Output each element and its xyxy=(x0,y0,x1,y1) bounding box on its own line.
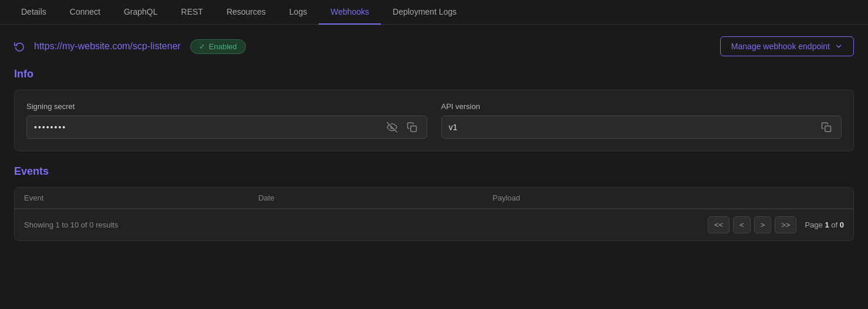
chevron-down-icon xyxy=(835,42,843,50)
info-section-title: Info xyxy=(14,68,854,80)
total-pages: 0 xyxy=(840,220,844,229)
tab-logs[interactable]: Logs xyxy=(278,0,319,25)
info-card: Signing secret •••••••• xyxy=(14,90,854,151)
toggle-visibility-button[interactable] xyxy=(384,121,400,134)
eye-off-icon xyxy=(387,122,397,133)
copy-icon xyxy=(821,122,832,133)
signing-secret-group: Signing secret •••••••• xyxy=(26,102,427,139)
api-version-input-row: v1 xyxy=(441,116,842,139)
tab-connect[interactable]: Connect xyxy=(58,0,112,25)
copy-icon xyxy=(407,122,417,133)
tab-deployment-logs[interactable]: Deployment Logs xyxy=(381,0,468,25)
enabled-label: Enabled xyxy=(209,42,237,51)
col-payload: Payload xyxy=(492,193,844,202)
next-page-button[interactable]: > xyxy=(754,216,772,233)
webhook-url-left: https://my-website.com/scp-listener ✓ En… xyxy=(14,39,246,54)
pagination-controls: << < > >> Page 1 of 0 xyxy=(708,216,844,233)
page-info: Page 1 of 0 xyxy=(805,220,844,229)
webhook-url-link[interactable]: https://my-website.com/scp-listener xyxy=(34,41,181,52)
tab-graphql[interactable]: GraphQL xyxy=(112,0,170,25)
api-version-label: API version xyxy=(441,102,842,111)
current-page: 1 xyxy=(825,220,829,229)
api-version-value: v1 xyxy=(449,123,815,132)
main-content: https://my-website.com/scp-listener ✓ En… xyxy=(0,25,868,253)
enabled-badge: ✓ Enabled xyxy=(190,39,246,54)
events-section-title: Events xyxy=(14,165,854,178)
results-text: Showing 1 to 10 of 0 results xyxy=(24,220,118,229)
webhook-url-row: https://my-website.com/scp-listener ✓ En… xyxy=(14,36,854,56)
manage-webhook-button[interactable]: Manage webhook endpoint xyxy=(720,36,854,56)
api-version-group: API version v1 xyxy=(441,102,842,139)
signing-secret-label: Signing secret xyxy=(26,102,427,111)
info-fields-row: Signing secret •••••••• xyxy=(26,102,842,139)
tabs-bar: Details Connect GraphQL REST Resources L… xyxy=(0,0,868,25)
tab-webhooks[interactable]: Webhooks xyxy=(319,0,381,25)
tab-details[interactable]: Details xyxy=(9,0,58,25)
svg-rect-2 xyxy=(825,126,831,132)
signing-secret-value: •••••••• xyxy=(34,123,380,132)
svg-rect-1 xyxy=(410,126,416,132)
events-section: Events Event Date Payload Showing 1 to 1… xyxy=(14,165,854,241)
tab-resources[interactable]: Resources xyxy=(215,0,278,25)
table-footer: Showing 1 to 10 of 0 results << < > >> P… xyxy=(15,209,853,240)
events-table: Event Date Payload Showing 1 to 10 of 0 … xyxy=(14,187,854,241)
table-header: Event Date Payload xyxy=(15,188,853,209)
page-label: Page xyxy=(805,220,822,229)
prev-page-button[interactable]: < xyxy=(733,216,751,233)
check-icon: ✓ xyxy=(199,42,205,51)
of-label: of xyxy=(831,220,837,229)
first-page-button[interactable]: << xyxy=(708,216,729,233)
manage-btn-label: Manage webhook endpoint xyxy=(731,42,830,51)
copy-secret-button[interactable] xyxy=(404,121,420,134)
refresh-icon xyxy=(14,41,25,52)
col-date: Date xyxy=(258,193,492,202)
last-page-button[interactable]: >> xyxy=(775,216,796,233)
signing-secret-input-row: •••••••• xyxy=(26,116,427,139)
copy-api-version-button[interactable] xyxy=(819,121,834,134)
tab-rest[interactable]: REST xyxy=(170,0,215,25)
col-event: Event xyxy=(24,193,258,202)
